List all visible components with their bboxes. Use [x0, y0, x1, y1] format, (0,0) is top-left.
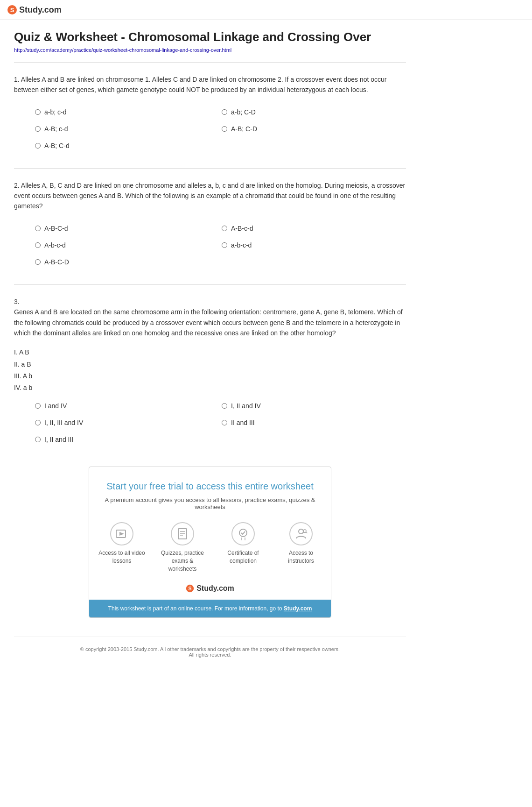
header: S Study.com	[0, 0, 532, 20]
divider-q2	[14, 284, 406, 285]
radio-q3-3[interactable]	[35, 420, 41, 425]
option-q1-2[interactable]: a-b; C-D	[219, 104, 406, 120]
question-3-options: I and IV I, II and IV I, II, III and IV …	[33, 397, 406, 431]
radio-q3-5[interactable]	[35, 437, 41, 442]
radio-q3-4[interactable]	[222, 420, 227, 425]
upsell-logo: S Study.com	[98, 584, 322, 593]
upsell-label-3: Certificate of completion	[220, 549, 266, 565]
radio-q1-4[interactable]	[222, 126, 227, 132]
upsell-icon-instructors	[289, 522, 313, 545]
option-q1-3[interactable]: A-B; c-d	[33, 120, 219, 137]
roman-item-2: II. a B	[14, 359, 406, 370]
question-3-text: 3. Genes A and B are located on the same…	[14, 297, 406, 339]
upsell-feature-2: Quizzes, practice exams & worksheets	[159, 522, 206, 573]
instructor-icon	[294, 527, 308, 540]
option-label-q3-1: I and IV	[44, 402, 67, 410]
option-q2-3[interactable]: A-b-c-d	[33, 237, 219, 254]
certificate-icon	[237, 527, 250, 540]
upsell-label-2: Quizzes, practice exams & worksheets	[159, 549, 206, 573]
radio-q2-3[interactable]	[35, 242, 41, 248]
question-3: 3. Genes A and B are located on the same…	[14, 290, 406, 448]
option-q3-3[interactable]: I, II, III and IV	[33, 414, 219, 431]
radio-q1-5[interactable]	[35, 143, 41, 149]
option-q3-5[interactable]: I, II and III	[33, 431, 406, 448]
upsell-features: Access to all video lessons Quizzes, pra…	[98, 522, 322, 573]
upsell-footer-link[interactable]: Study.com	[284, 605, 312, 612]
question-2-options: A-B-C-d A-B-c-d A-b-c-d a-b-c-d	[33, 220, 406, 254]
upsell-footer-text: This worksheet is part of an online cour…	[108, 605, 282, 612]
radio-q1-3[interactable]	[35, 126, 41, 132]
option-q1-1[interactable]: a-b; c-d	[33, 104, 219, 120]
option-label-q3-2: I, II and IV	[231, 402, 261, 410]
upsell-title: Start your free trial to access this ent…	[98, 481, 322, 492]
copyright-line2: All rights reserved.	[23, 652, 397, 658]
option-q2-2[interactable]: A-B-c-d	[219, 220, 406, 237]
logo-text: Study.com	[19, 5, 62, 15]
question-2-body: Alleles A, B, C and D are linked on one …	[14, 182, 405, 210]
option-q2-1[interactable]: A-B-C-d	[33, 220, 219, 237]
option-q1-5[interactable]: A-B; C-d	[33, 137, 406, 154]
option-label-q2-5: A-B-C-D	[44, 258, 69, 266]
page-url: http://study.com/academy/practice/quiz-w…	[14, 47, 406, 53]
radio-q1-1[interactable]	[35, 109, 41, 115]
quizzes-icon	[176, 527, 189, 540]
radio-q3-1[interactable]	[35, 403, 41, 409]
study-logo-icon: S	[7, 5, 17, 15]
radio-q1-2[interactable]	[222, 109, 227, 115]
upsell-feature-4: Access to instructors	[280, 522, 322, 573]
radio-q2-4[interactable]	[222, 242, 227, 248]
svg-rect-4	[178, 529, 187, 539]
option-q2-4[interactable]: a-b-c-d	[219, 237, 406, 254]
option-label-q1-5: A-B; C-d	[44, 142, 70, 149]
option-label-q1-1: a-b; c-d	[44, 108, 66, 116]
svg-text:S: S	[189, 586, 192, 592]
question-3-body: Genes A and B are located on the same ch…	[14, 308, 403, 337]
option-label-q3-3: I, II, III and IV	[44, 419, 83, 426]
upsell-icon-certificate	[231, 522, 255, 545]
radio-q2-5[interactable]	[35, 259, 41, 265]
option-q3-2[interactable]: I, II and IV	[219, 397, 406, 414]
option-q3-1[interactable]: I and IV	[33, 397, 219, 414]
copyright: © copyright 2003-2015 Study.com. All oth…	[14, 637, 406, 667]
radio-q2-1[interactable]	[35, 226, 41, 231]
roman-item-4: IV. a b	[14, 382, 406, 394]
page-title: Quiz & Worksheet - Chromosomal Linkage a…	[14, 29, 406, 45]
question-2: 2. Alleles A, B, C and D are linked on o…	[14, 173, 406, 270]
question-1-body: Alleles A and B are linked on chromosome…	[14, 76, 386, 93]
option-q1-4[interactable]: A-B; C-D	[219, 120, 406, 137]
divider-top	[14, 62, 406, 63]
upsell-study-logo-text: Study.com	[196, 584, 234, 593]
upsell-icon-video	[110, 522, 133, 545]
video-icon	[115, 527, 128, 540]
logo[interactable]: S Study.com	[7, 5, 62, 15]
upsell-label-1: Access to all video lessons	[98, 549, 145, 565]
main-content: Quiz & Worksheet - Chromosomal Linkage a…	[0, 20, 420, 676]
option-label-q3-4: II and III	[231, 419, 255, 426]
option-label-q1-2: a-b; C-D	[231, 108, 256, 116]
question-1-options: a-b; c-d a-b; C-D A-B; c-d A-B; C-D	[33, 104, 406, 137]
option-q3-4[interactable]: II and III	[219, 414, 406, 431]
option-label-q2-3: A-b-c-d	[44, 241, 66, 249]
roman-item-1: I. A B	[14, 347, 406, 358]
question-2-text: 2. Alleles A, B, C and D are linked on o…	[14, 180, 406, 212]
option-q2-5[interactable]: A-B-C-D	[33, 254, 406, 270]
question-1-text: 1. Alleles A and B are linked on chromos…	[14, 74, 406, 95]
upsell-study-logo-icon: S	[186, 584, 194, 593]
option-label-q2-1: A-B-C-d	[44, 225, 68, 232]
option-label-q2-2: A-B-c-d	[231, 225, 253, 232]
copyright-line1: © copyright 2003-2015 Study.com. All oth…	[23, 646, 397, 652]
option-label-q2-4: a-b-c-d	[231, 241, 252, 249]
upsell-subtitle: A premium account gives you access to al…	[98, 496, 322, 510]
radio-q3-2[interactable]	[222, 403, 227, 409]
question-1: 1. Alleles A and B are linked on chromos…	[14, 67, 406, 154]
question-3-roman: I. A B II. a B III. A b IV. a b	[14, 347, 406, 394]
radio-q2-2[interactable]	[222, 226, 227, 231]
svg-point-8	[239, 529, 247, 537]
option-label-q1-3: A-B; c-d	[44, 125, 68, 133]
option-label-q3-5: I, II and III	[44, 436, 73, 443]
question-3-number: 3.	[14, 298, 20, 305]
upsell-feature-1: Access to all video lessons	[98, 522, 145, 573]
upsell-label-4: Access to instructors	[280, 549, 322, 565]
option-label-q1-4: A-B; C-D	[231, 125, 257, 133]
divider-q1	[14, 168, 406, 169]
